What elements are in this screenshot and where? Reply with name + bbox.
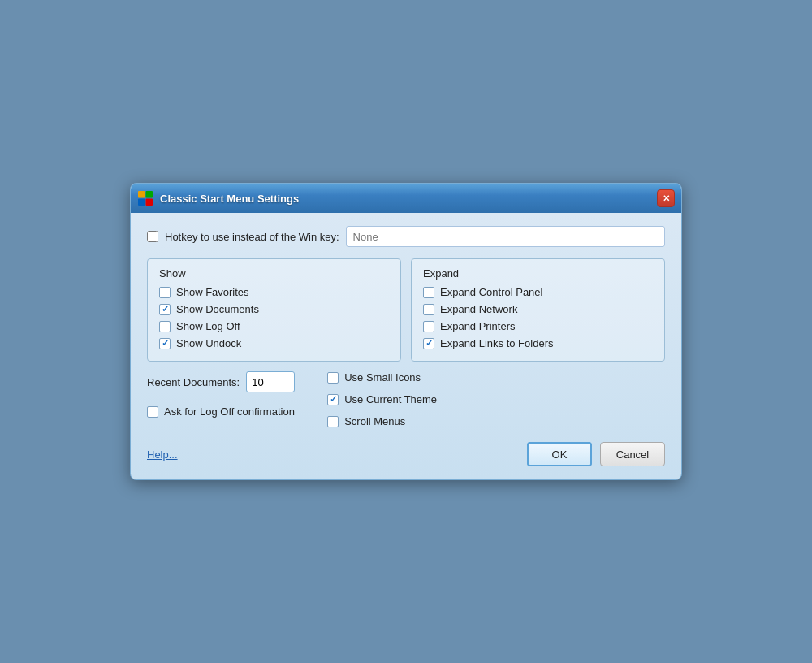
svg-rect-0 bbox=[138, 191, 145, 198]
main-columns: Show Show Favorites Show Documents Show … bbox=[147, 258, 665, 362]
recent-docs-input[interactable] bbox=[246, 371, 295, 392]
use-current-theme-label: Use Current Theme bbox=[344, 393, 437, 405]
ask-logoff-row: Ask for Log Off confirmation bbox=[147, 405, 295, 418]
show-undock-label: Show Undock bbox=[176, 337, 241, 349]
expand-group-label: Expand bbox=[423, 267, 653, 280]
show-logoff-row: Show Log Off bbox=[159, 320, 389, 332]
title-bar: Classic Start Menu Settings ✕ bbox=[131, 184, 681, 213]
show-documents-label: Show Documents bbox=[176, 303, 259, 315]
expand-printers-checkbox[interactable] bbox=[423, 321, 434, 332]
show-documents-checkbox[interactable] bbox=[159, 304, 171, 315]
use-small-icons-checkbox[interactable] bbox=[327, 372, 339, 384]
use-small-icons-row: Use Small Icons bbox=[327, 371, 665, 384]
show-undock-row: Show Undock bbox=[159, 337, 389, 349]
recent-docs-label: Recent Documents: bbox=[147, 376, 240, 388]
scroll-menus-row: Scroll Menus bbox=[327, 415, 665, 427]
expand-links-row: Expand Links to Folders bbox=[423, 337, 653, 349]
scroll-menus-label: Scroll Menus bbox=[344, 415, 405, 427]
expand-links-label: Expand Links to Folders bbox=[440, 337, 553, 349]
expand-control-panel-label: Expand Control Panel bbox=[440, 286, 542, 298]
expand-network-checkbox[interactable] bbox=[423, 304, 434, 315]
expand-printers-row: Expand Printers bbox=[423, 320, 653, 332]
expand-control-panel-checkbox[interactable] bbox=[423, 287, 434, 298]
hotkey-label: Hotkey to use instead of the Win key: bbox=[165, 231, 339, 243]
expand-network-row: Expand Network bbox=[423, 303, 653, 315]
show-logoff-checkbox[interactable] bbox=[159, 321, 171, 332]
dialog-body: Hotkey to use instead of the Win key: Sh… bbox=[131, 213, 681, 479]
hotkey-row: Hotkey to use instead of the Win key: bbox=[147, 226, 665, 247]
ok-button[interactable]: OK bbox=[527, 442, 592, 466]
hotkey-input[interactable] bbox=[346, 226, 665, 247]
expand-printers-label: Expand Printers bbox=[440, 320, 516, 332]
dialog-title: Classic Start Menu Settings bbox=[160, 193, 650, 205]
ask-logoff-label: Ask for Log Off confirmation bbox=[164, 405, 295, 418]
button-group: OK Cancel bbox=[527, 442, 665, 466]
show-undock-checkbox[interactable] bbox=[159, 338, 171, 349]
show-group-label: Show bbox=[159, 267, 389, 280]
show-favorites-row: Show Favorites bbox=[159, 286, 389, 298]
left-bottom: Recent Documents: Ask for Log Off confir… bbox=[147, 371, 295, 427]
close-button[interactable]: ✕ bbox=[657, 189, 675, 207]
show-logoff-label: Show Log Off bbox=[176, 320, 240, 332]
expand-control-panel-row: Expand Control Panel bbox=[423, 286, 653, 298]
show-documents-row: Show Documents bbox=[159, 303, 389, 315]
expand-links-checkbox[interactable] bbox=[423, 338, 434, 349]
expand-group: Expand Expand Control Panel Expand Netwo… bbox=[411, 258, 665, 362]
dialog: Classic Start Menu Settings ✕ Hotkey to … bbox=[130, 183, 682, 480]
recent-docs-row: Recent Documents: bbox=[147, 371, 295, 392]
windows-logo-icon bbox=[137, 190, 153, 206]
show-favorites-label: Show Favorites bbox=[176, 286, 249, 298]
svg-rect-1 bbox=[146, 191, 153, 198]
svg-rect-3 bbox=[146, 199, 153, 206]
svg-rect-2 bbox=[138, 199, 145, 206]
ask-logoff-checkbox[interactable] bbox=[147, 406, 158, 418]
show-group: Show Show Favorites Show Documents Show … bbox=[147, 258, 401, 362]
scroll-menus-checkbox[interactable] bbox=[327, 416, 339, 427]
bottom-area: Recent Documents: Ask for Log Off confir… bbox=[147, 371, 665, 427]
use-small-icons-label: Use Small Icons bbox=[344, 371, 421, 384]
help-link[interactable]: Help... bbox=[147, 448, 178, 461]
expand-network-label: Expand Network bbox=[440, 303, 517, 315]
use-current-theme-checkbox[interactable] bbox=[327, 394, 339, 405]
footer: Help... OK Cancel bbox=[147, 439, 665, 466]
extra-options: Use Small Icons Use Current Theme Scroll… bbox=[311, 371, 665, 427]
cancel-button[interactable]: Cancel bbox=[600, 442, 665, 466]
use-current-theme-row: Use Current Theme bbox=[327, 393, 665, 405]
show-favorites-checkbox[interactable] bbox=[159, 287, 171, 298]
hotkey-checkbox[interactable] bbox=[147, 231, 158, 242]
